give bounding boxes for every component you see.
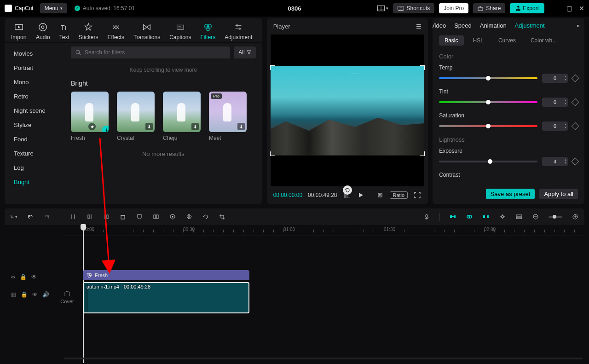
tab-import[interactable]: Import [11, 22, 27, 40]
category-log[interactable]: Log [5, 161, 64, 175]
play-button[interactable] [357, 191, 365, 199]
inspector-tab-adjustment[interactable]: Adjustment [515, 22, 545, 29]
refresh-icon[interactable] [343, 185, 352, 195]
magnet-icon[interactable] [449, 213, 456, 220]
redo-icon[interactable] [43, 213, 51, 220]
trim-left-icon[interactable] [86, 213, 93, 220]
saturation-reset[interactable] [572, 122, 579, 130]
select-tool-icon[interactable]: ▾ [10, 213, 17, 220]
exposure-slider[interactable] [439, 161, 537, 162]
filter-all-button[interactable]: All [234, 46, 255, 58]
filter-crystal[interactable]: ⬇ Crystal [117, 92, 155, 141]
download-icon[interactable]: ⬇ [191, 123, 199, 130]
zoom-out-icon[interactable] [532, 213, 539, 220]
exposure-reset[interactable] [572, 158, 579, 166]
maximize-button[interactable]: ▢ [566, 5, 572, 12]
track-visible-icon[interactable]: 👁 [32, 291, 38, 298]
track-expand-icon[interactable] [499, 213, 506, 220]
category-texture[interactable]: Texture [5, 146, 64, 161]
crop-icon[interactable] [376, 191, 384, 199]
close-button[interactable]: ✕ [579, 5, 584, 12]
marker-icon[interactable] [136, 213, 143, 220]
layout-icon[interactable]: ▾ [377, 3, 388, 14]
tab-captions[interactable]: Captions [169, 22, 191, 40]
filter-fresh[interactable]: ★ + Fresh [71, 92, 109, 141]
timeline-tracks[interactable]: 00:00 00:30 01:00 01:30 02:00 Fresh autu… [62, 225, 584, 363]
temp-value[interactable]: 0▲▼ [542, 74, 568, 83]
timeline-scrollbar[interactable] [62, 358, 584, 361]
split-icon[interactable] [69, 213, 77, 220]
tint-reset[interactable] [572, 98, 579, 106]
save-preset-button[interactable]: Save as preset [486, 189, 535, 199]
zoom-slider[interactable] [549, 213, 562, 220]
tab-audio[interactable]: Audio [36, 22, 50, 40]
category-stylize[interactable]: Stylize [5, 118, 64, 132]
tab-stickers[interactable]: Stickers [79, 22, 98, 40]
subtab-hsl[interactable]: HSL [468, 35, 489, 46]
download-icon[interactable]: ⬇ [145, 123, 153, 130]
temp-reset[interactable] [572, 75, 579, 82]
search-box[interactable] [71, 46, 230, 58]
category-movies[interactable]: Movies [5, 46, 64, 61]
category-night-scene[interactable]: Night scene [5, 104, 64, 118]
speed-icon[interactable] [169, 213, 176, 220]
track-mute-icon[interactable]: 🔊 [42, 291, 49, 298]
category-retro[interactable]: Retro [5, 89, 64, 104]
trim-right-icon[interactable] [103, 213, 110, 220]
category-bright[interactable]: Bright [5, 175, 64, 189]
exposure-value[interactable]: 4▲▼ [542, 157, 568, 166]
inspector-tab-video[interactable]: Video [433, 22, 446, 29]
undo-icon[interactable] [27, 213, 34, 220]
subtab-basic[interactable]: Basic [439, 35, 463, 46]
tint-value[interactable]: 0▲▼ [542, 98, 568, 107]
project-title[interactable]: 0306 [288, 5, 301, 12]
player-menu-icon[interactable]: ☰ [416, 23, 422, 30]
link-icon[interactable] [466, 213, 473, 220]
track-visible-icon[interactable]: 👁 [31, 274, 37, 280]
filter-clip[interactable]: Fresh [83, 270, 249, 280]
tab-adjustment[interactable]: Adjustment [225, 22, 252, 40]
mic-icon[interactable] [423, 213, 430, 220]
share-button[interactable]: Share [473, 3, 505, 13]
shortcuts-button[interactable]: Shortcuts [393, 3, 435, 13]
crop-tool-icon[interactable] [219, 213, 226, 220]
category-portrait[interactable]: Portrait [5, 61, 64, 75]
rotate-icon[interactable] [202, 213, 209, 220]
join-pro-button[interactable]: Join Pro [439, 3, 468, 13]
timeline-view-icon[interactable] [515, 213, 523, 220]
video-preview[interactable] [271, 35, 425, 186]
inspector-tab-animation[interactable]: Animation [480, 22, 507, 29]
menu-button[interactable]: Menu ▾ [40, 3, 67, 13]
download-icon[interactable]: ⬇ [237, 123, 245, 130]
delete-icon[interactable] [119, 213, 127, 220]
filter-meet[interactable]: Pro⬇ Meet [209, 92, 247, 141]
track-lock-icon[interactable]: 🔒 [21, 291, 28, 298]
filter-cheju[interactable]: ⬇ Cheju [163, 92, 201, 141]
track-link-icon[interactable]: ∞ [11, 274, 15, 280]
temp-slider[interactable] [439, 77, 537, 79]
tab-filters[interactable]: Filters [201, 22, 216, 40]
category-mono[interactable]: Mono [5, 75, 64, 89]
fullscreen-icon[interactable] [413, 191, 422, 199]
category-food[interactable]: Food [5, 132, 64, 146]
saturation-slider[interactable] [439, 125, 537, 127]
saturation-value[interactable]: 0▲▼ [542, 121, 568, 131]
tab-text[interactable]: TIText [59, 22, 69, 40]
inspector-tab-speed[interactable]: Speed [454, 22, 472, 29]
search-input[interactable] [85, 49, 225, 56]
subtab-color-wheel[interactable]: Color wh... [525, 35, 562, 46]
freeze-icon[interactable] [152, 213, 160, 220]
track-layout-icon[interactable]: ▦ [11, 291, 16, 298]
inspector-more-icon[interactable]: » [577, 22, 580, 29]
export-button[interactable]: Export [510, 3, 544, 13]
track-lock-icon[interactable]: 🔒 [20, 274, 27, 280]
minimize-button[interactable]: — [554, 5, 560, 12]
subtab-curves[interactable]: Curves [493, 35, 521, 46]
preview-icon[interactable] [482, 213, 490, 220]
zoom-in-icon[interactable] [572, 213, 579, 220]
apply-all-button[interactable]: Apply to all [539, 189, 578, 199]
mirror-icon[interactable] [185, 213, 193, 220]
tint-slider[interactable] [439, 101, 537, 103]
ratio-button[interactable]: Ratio [390, 191, 408, 199]
add-filter-button[interactable]: + [102, 126, 109, 132]
